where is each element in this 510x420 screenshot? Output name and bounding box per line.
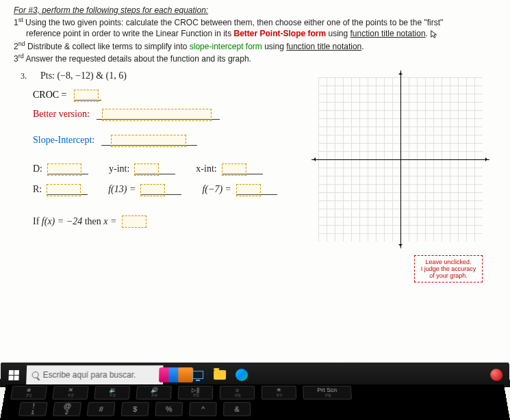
- key-f2[interactable]: ✕F2: [52, 386, 89, 399]
- laptop-keyboard: ✲F1 ✕F2 🔉F3 🔊F4 ▷||F5 ☼F6 ☀F7 Prt ScnF8 …: [0, 384, 510, 420]
- step-1: 1st Using the two given points: calculat…: [14, 16, 496, 27]
- task-view-button[interactable]: [189, 366, 207, 384]
- windows-taskbar: Escribe aquí para buscar.: [0, 363, 510, 387]
- domain-field: D:: [33, 163, 88, 174]
- instructions-title: For #3, perform the following steps for …: [14, 5, 496, 15]
- task-view-icon: [192, 371, 203, 379]
- slope-intercept-field: Slope-Intercept:: [33, 135, 305, 146]
- croc-field: CROC =: [33, 90, 305, 101]
- question-number: 3.: [21, 71, 27, 81]
- answer-box[interactable]: [134, 163, 159, 176]
- search-placeholder: Escribe aquí para buscar.: [42, 370, 136, 380]
- taskbar-app-stickers[interactable]: [167, 366, 185, 384]
- coordinate-grid[interactable]: [318, 77, 483, 241]
- key-6[interactable]: ^: [189, 402, 216, 417]
- better-blank[interactable]: [97, 109, 220, 120]
- key-4[interactable]: $: [121, 402, 149, 417]
- f13-field: f(13) =: [108, 184, 181, 195]
- yint-field: y-int:: [109, 163, 175, 174]
- y-axis: [400, 70, 401, 248]
- key-f7[interactable]: ☀F7: [262, 386, 296, 399]
- step-1b: reference point in order to write the Li…: [14, 29, 496, 39]
- key-f6[interactable]: ☼F6: [220, 386, 255, 399]
- answer-box[interactable]: [111, 135, 186, 147]
- instructions-header: For #3, perform the following steps for …: [14, 5, 496, 64]
- tray-app[interactable]: [487, 366, 506, 384]
- taskbar-search[interactable]: Escribe aquí para buscar.: [26, 365, 163, 384]
- fneg7-field: f(−7) =: [202, 184, 277, 195]
- mouse-cursor-icon: [430, 29, 439, 39]
- key-3[interactable]: #: [87, 402, 116, 417]
- answer-box[interactable]: [236, 184, 261, 196]
- question-3: 3. Pts: (−8, −12) & (1, 6) CROC = Better…: [14, 70, 496, 283]
- step-2: 2nd Distribute & collect like terms to s…: [14, 40, 496, 51]
- question-3-fields: 3. Pts: (−8, −12) & (1, 6) CROC = Better…: [14, 70, 305, 283]
- key-f3[interactable]: 🔉F3: [94, 386, 130, 399]
- key-prtscn[interactable]: Prt ScnF8: [303, 386, 352, 399]
- key-f5[interactable]: ▷||F5: [178, 386, 214, 399]
- red-orb-icon: [490, 369, 503, 381]
- graph-area: Leave unclicked. I judge the accuracy of…: [318, 70, 496, 283]
- key-f4[interactable]: 🔊F4: [136, 386, 171, 399]
- file-explorer-button[interactable]: [211, 366, 229, 384]
- solve-for-x-field: If f(x) = −24 then x =: [33, 215, 305, 228]
- answer-box[interactable]: [140, 184, 165, 196]
- edge-browser-button[interactable]: [233, 366, 251, 384]
- xint-field: x-int:: [196, 163, 262, 174]
- range-field: R:: [33, 184, 88, 195]
- answer-box[interactable]: [74, 90, 99, 102]
- key-1[interactable]: !1: [18, 402, 48, 417]
- croc-blank[interactable]: [74, 90, 101, 101]
- step-3: 3rd Answer the requested details about t…: [14, 53, 496, 64]
- windows-logo-icon: [8, 370, 19, 380]
- start-button[interactable]: [4, 366, 23, 384]
- answer-box[interactable]: [47, 163, 81, 176]
- answer-box[interactable]: [47, 184, 81, 196]
- slope-blank[interactable]: [101, 135, 197, 146]
- key-2[interactable]: @2: [53, 402, 81, 417]
- points-given: Pts: (−8, −12) & (1, 6): [40, 70, 127, 81]
- key-7[interactable]: &: [223, 402, 251, 417]
- folder-icon: [214, 370, 226, 380]
- answer-box[interactable]: [102, 109, 212, 121]
- search-icon: [31, 371, 38, 378]
- key-5[interactable]: %: [155, 402, 183, 417]
- grading-note: Leave unclicked. I judge the accuracy of…: [414, 255, 483, 283]
- worksheet-page: For #3, perform the following steps for …: [0, 0, 510, 379]
- answer-box[interactable]: [122, 215, 146, 228]
- key-f1[interactable]: ✲F1: [10, 386, 47, 399]
- better-version-field: Better version:: [33, 109, 305, 120]
- edge-icon: [235, 369, 248, 381]
- answer-box[interactable]: [222, 163, 246, 176]
